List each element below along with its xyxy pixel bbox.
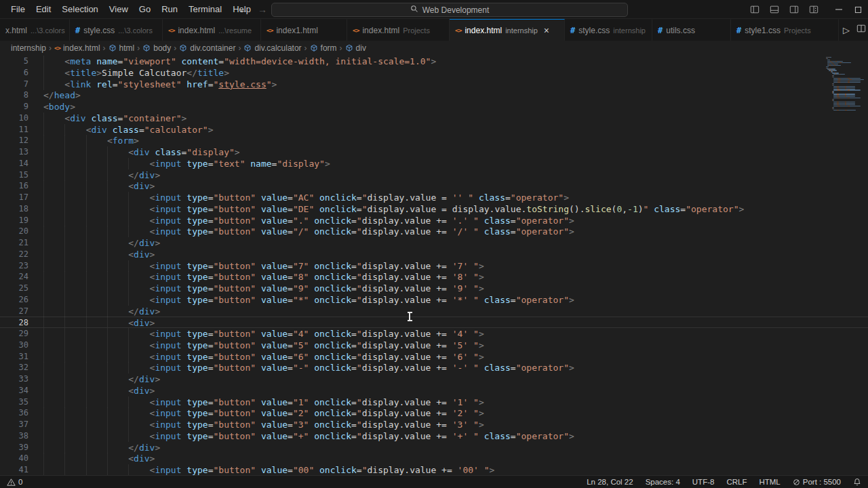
breadcrumb-separator-icon: › [103, 43, 106, 53]
code-text: <input type="text" name="display"> [43, 158, 330, 169]
warning-icon [7, 478, 16, 487]
mouse-ibeam-cursor [409, 312, 410, 321]
code-line-32: 32 <input type="button" value="-" onclic… [0, 362, 868, 373]
nav-forward-icon[interactable]: → [258, 4, 267, 15]
breadcrumb-item-div-container[interactable]: div.container [179, 43, 235, 53]
status-item-html[interactable]: HTML [759, 478, 780, 486]
minimap-line [833, 98, 861, 98]
menu-go[interactable]: Go [134, 0, 156, 19]
code-text: </div> [43, 169, 160, 181]
warning-count: 0 [18, 478, 22, 486]
status-item-ln-28-col-22[interactable]: Ln 28, Col 22 [587, 478, 633, 486]
menu-file[interactable]: File [5, 0, 31, 19]
tab-x-html-3-colors[interactable]: x.html...\3.colors [0, 19, 70, 41]
line-number: 35 [0, 396, 28, 408]
tab-index-html-projects[interactable]: <>index.htmlProjects [347, 19, 450, 41]
breadcrumb-item-form[interactable]: form [310, 43, 337, 53]
breadcrumb-item-internship[interactable]: internship [11, 43, 46, 53]
tab-style1-css-projects[interactable]: #style1.cssProjects [731, 19, 839, 41]
symbol-cube-icon [179, 44, 187, 52]
line-number: 20 [0, 226, 28, 237]
tab-style-css-3-colors[interactable]: #style.css...\3.colors [70, 19, 163, 41]
line-number: 8 [0, 89, 28, 101]
menu-edit[interactable]: Edit [31, 0, 56, 19]
minimap-line [833, 81, 861, 81]
minimap[interactable] [826, 57, 867, 110]
minimap-line [827, 65, 841, 66]
toggle-sidebar-icon[interactable] [745, 0, 764, 19]
breadcrumb-label: div.calculator [254, 43, 301, 53]
editor[interactable]: 5 <meta name="viewport" content="width=d… [0, 56, 868, 475]
code-text: <input type="button" value="DE" onclick=… [43, 203, 744, 215]
minimap-line [832, 108, 834, 109]
tab-label: style1.css [745, 26, 781, 35]
minimap-line [833, 106, 861, 106]
code-line-25: 25 <input type="button" value="9" onclic… [0, 283, 868, 294]
tab-index1-html[interactable]: <>index1.html [261, 19, 347, 41]
minimap-line [833, 86, 855, 87]
breadcrumb-label: form [321, 43, 337, 53]
code-text: <div class="display"> [43, 146, 240, 158]
tab-utils-css[interactable]: #utils.css [652, 19, 731, 41]
code-line-11: 11 <div class="calculator"> [0, 124, 868, 136]
status-problems[interactable]: 0 [7, 478, 22, 487]
code-text: <input type="button" value="AC" onclick=… [43, 192, 569, 203]
menu-terminal[interactable]: Terminal [183, 0, 227, 19]
tab-index-html-resume[interactable]: <>index.html...\resume [163, 19, 261, 41]
code-text: <input type="button" value="6" onclick="… [43, 351, 484, 363]
breadcrumb-item-body[interactable]: body [142, 43, 171, 53]
status-item-label: Ln 28, Col 22 [587, 478, 633, 486]
code-line-31: 31 <input type="button" value="6" onclic… [0, 351, 868, 363]
status-item-label: Spaces: 4 [646, 478, 680, 486]
run-preview-button[interactable]: ▷ [843, 25, 850, 35]
breadcrumb-separator-icon: › [340, 43, 342, 53]
history-nav: ← → [239, 0, 267, 19]
line-number: 25 [0, 283, 28, 294]
status-item-spaces-4[interactable]: Spaces: 4 [646, 478, 680, 486]
toggle-panel-icon[interactable] [764, 0, 784, 19]
breadcrumb-label: index.html [63, 43, 100, 53]
code-text: <input type="button" value="." onclick="… [43, 215, 574, 226]
code-line-24: 24 <input type="button" value="8" onclic… [0, 271, 868, 283]
tab-index-html-internship[interactable]: <>index.htmlinternship× [450, 19, 565, 41]
tab-close-icon[interactable]: × [544, 26, 549, 35]
code-line-17: 17 <input type="button" value="AC" oncli… [0, 192, 868, 203]
status-item-crlf[interactable]: CRLF [726, 478, 747, 486]
tab-description: Projects [403, 26, 430, 35]
minimize-icon[interactable] [829, 0, 848, 19]
menu-view[interactable]: View [104, 0, 134, 19]
status-item-port-5500[interactable]: Port : 5500 [793, 478, 841, 486]
circle-slash-icon [793, 479, 800, 486]
html-file-icon: <> [168, 26, 174, 34]
code-line-9: 9<body> [0, 101, 868, 113]
tab-style-css-internship[interactable]: #style.cssinternship [565, 19, 652, 41]
menu-selection[interactable]: Selection [56, 0, 103, 19]
minimap-line [827, 60, 830, 60]
maximize-icon[interactable] [848, 0, 868, 19]
breadcrumb-item-div[interactable]: div [345, 43, 366, 53]
line-number: 27 [0, 306, 28, 317]
code-text: <link rel="stylesheet" href="style.css"> [43, 79, 277, 90]
code-line-15: 15 </div> [0, 169, 868, 181]
code-text: <input type="button" value="+" onclick="… [43, 430, 574, 442]
toggle-secondary-sidebar-icon[interactable] [784, 0, 804, 19]
status-item-utf-8[interactable]: UTF-8 [692, 478, 715, 486]
css-file-icon: # [75, 26, 80, 35]
customize-layout-icon[interactable] [804, 0, 823, 19]
breadcrumb-label: div.container [190, 43, 235, 53]
status-item-bell[interactable] [853, 478, 861, 486]
menu-run[interactable]: Run [156, 0, 183, 19]
breadcrumb-item-div-calculator[interactable]: div.calculator [243, 43, 301, 53]
tab-label: index.html [178, 26, 215, 35]
split-editor-icon[interactable] [856, 24, 866, 36]
breadcrumb-item-index-html[interactable]: <>index.html [54, 43, 100, 53]
code-text: <input type="button" value="7" onclick="… [43, 260, 484, 272]
command-center[interactable]: Web Development [271, 3, 628, 17]
code-text: <input type="button" value="*" onclick="… [43, 294, 574, 306]
breadcrumb-item-html[interactable]: html [108, 43, 135, 53]
code-line-13: 13 <div class="display"> [0, 146, 868, 158]
line-number: 11 [0, 124, 28, 136]
minimap-line [833, 74, 845, 75]
breadcrumb-separator-icon: › [137, 43, 140, 53]
nav-back-icon[interactable]: ← [239, 4, 248, 15]
